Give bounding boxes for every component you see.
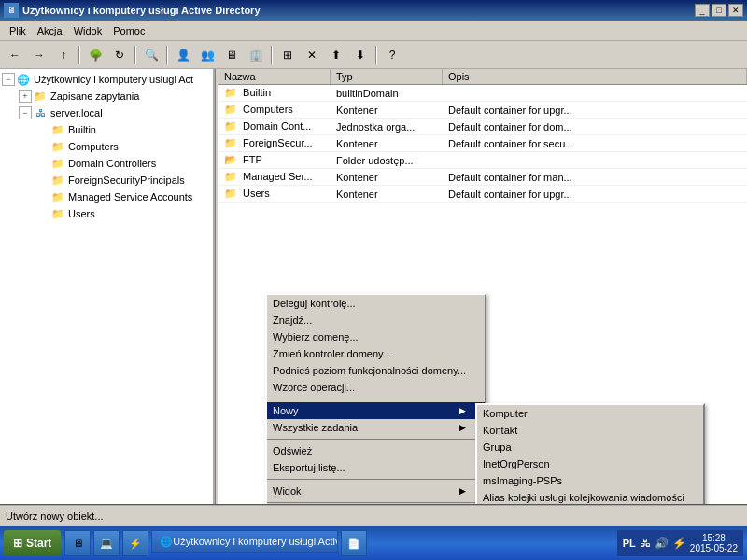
list-cell-typ: builtinDomain bbox=[331, 86, 443, 101]
taskbar-item-icon: 🌐 bbox=[160, 536, 173, 548]
list-cell-opis bbox=[443, 91, 747, 95]
tree-domain[interactable]: − 🖧 server.local bbox=[0, 105, 213, 121]
list-cell-opis: Default container for man... bbox=[443, 170, 747, 185]
dc-icon: 📁 bbox=[50, 156, 65, 171]
taskbar: ⊞ Start 🖥 💻 ⚡ 🌐 Użytkownicy i komputery … bbox=[0, 526, 747, 560]
taskbar-icon-3[interactable]: ⚡ bbox=[122, 530, 148, 556]
taskbar-icon-1[interactable]: 🖥 bbox=[64, 530, 91, 556]
saved-queries-icon: 📁 bbox=[33, 89, 48, 104]
move-down-button[interactable]: ⬇ bbox=[349, 45, 372, 65]
window-icon: 🖥 bbox=[4, 3, 19, 18]
properties-button[interactable]: ⊞ bbox=[276, 45, 299, 65]
tree-saved-queries-label: Zapisane zapytania bbox=[50, 91, 139, 102]
tree-root-node[interactable]: − 🌐 Użytkownicy i komputery usługi Act bbox=[0, 71, 213, 88]
list-row[interactable]: 📁 Computers Kontener Default container f… bbox=[218, 102, 747, 119]
ctx-deleguj[interactable]: Deleguj kontrolę... bbox=[267, 295, 485, 312]
tree-item-foreign[interactable]: 📁 ForeignSecurityPrincipals bbox=[0, 172, 213, 189]
submenu-grupa[interactable]: Grupa bbox=[477, 439, 703, 455]
submenu-inetorgperson[interactable]: InetOrgPerson bbox=[477, 455, 703, 472]
list-cell-typ: Folder udostęp... bbox=[331, 153, 443, 168]
list-cell-typ: Kontener bbox=[331, 136, 443, 151]
submenu-alias[interactable]: Alias kolejki usługi kolejkowania wiadom… bbox=[477, 489, 703, 504]
new-user-button[interactable]: 👤 bbox=[172, 45, 194, 65]
new-group-button[interactable]: 👥 bbox=[196, 45, 218, 65]
list-cell-nazwa: 📁 Domain Cont... bbox=[218, 119, 331, 134]
ctx-eksportuj[interactable]: Eksportuj listę... bbox=[267, 459, 485, 476]
list-cell-opis: Default container for dom... bbox=[443, 119, 747, 134]
list-row[interactable]: 📁 Users Kontener Default container for u… bbox=[218, 186, 747, 203]
minimize-button[interactable]: _ bbox=[695, 4, 710, 17]
tree-expand-root[interactable]: − bbox=[2, 73, 15, 86]
submenu-kontakt[interactable]: Kontakt bbox=[477, 422, 703, 439]
taskbar-item-label: Użytkownicy i komputery usługi Active Di… bbox=[173, 536, 338, 547]
taskbar-active-item[interactable]: 🌐 Użytkownicy i komputery usługi Active … bbox=[151, 530, 338, 553]
maximize-button[interactable]: □ bbox=[712, 4, 726, 17]
main-window: 🖥 Użytkownicy i komputery usługi Active … bbox=[0, 0, 747, 526]
ctx-podniez[interactable]: Podnieś poziom funkcjonalności domeny... bbox=[267, 362, 485, 379]
tree-expand-saved[interactable]: + bbox=[19, 90, 32, 103]
delete-button[interactable]: ✕ bbox=[301, 45, 323, 65]
refresh-button[interactable]: ↻ bbox=[108, 45, 131, 65]
ctx-widok[interactable]: Widok ▶ bbox=[267, 483, 485, 499]
menu-plik[interactable]: Plik bbox=[4, 23, 32, 38]
ctx-nowy[interactable]: Nowy ▶ bbox=[267, 402, 485, 419]
toolbar: ← → ↑ 🌳 ↻ 🔍 👤 👥 🖥 🏢 ⊞ ✕ ⬆ ⬇ ? bbox=[0, 41, 747, 69]
domain-icon: 🖧 bbox=[33, 105, 48, 120]
menu-widok[interactable]: Widok bbox=[68, 23, 108, 38]
tree-item-builtin[interactable]: 📁 Builtin bbox=[0, 121, 213, 138]
tree-panel: − 🌐 Użytkownicy i komputery usługi Act +… bbox=[0, 69, 215, 504]
new-computer-button[interactable]: 🖥 bbox=[220, 45, 243, 65]
up-button[interactable]: ↑ bbox=[52, 45, 75, 65]
tree-saved-queries[interactable]: + 📁 Zapisane zapytania bbox=[0, 88, 213, 105]
ctx-znajdz[interactable]: Znajdź... bbox=[267, 312, 485, 329]
toolbar-separator-3 bbox=[166, 46, 168, 64]
computers-icon: 📁 bbox=[50, 139, 65, 154]
col-header-nazwa[interactable]: Nazwa bbox=[218, 69, 331, 84]
taskbar-icon-4[interactable]: 📄 bbox=[341, 530, 367, 556]
back-button[interactable]: ← bbox=[4, 45, 26, 65]
tree-item-computers[interactable]: 📁 Computers bbox=[0, 138, 213, 155]
col-header-opis[interactable]: Opis bbox=[443, 69, 747, 84]
help-button[interactable]: ? bbox=[381, 45, 403, 65]
ctx-wybierz[interactable]: Wybierz domenę... bbox=[267, 329, 485, 345]
start-button[interactable]: ⊞ Start bbox=[4, 530, 61, 556]
tree-item-managed[interactable]: 📁 Managed Service Accounts bbox=[0, 189, 213, 205]
battery-icon: ⚡ bbox=[672, 537, 686, 550]
list-cell-nazwa: 📂 FTP bbox=[218, 152, 331, 168]
col-header-typ[interactable]: Typ bbox=[331, 69, 443, 84]
tree-domain-label: server.local bbox=[50, 107, 103, 119]
list-row[interactable]: 📁 Managed Ser... Kontener Default contai… bbox=[218, 169, 747, 186]
ctx-wzorce[interactable]: Wzorce operacji... bbox=[267, 379, 485, 396]
list-cell-opis: Default container for upgr... bbox=[443, 187, 747, 202]
ctx-sep-2 bbox=[267, 439, 485, 440]
ctx-zmien[interactable]: Zmień kontroler domeny... bbox=[267, 345, 485, 362]
tree-foreign-label: ForeignSecurityPrincipals bbox=[68, 175, 185, 186]
tree-expand-domain[interactable]: − bbox=[19, 106, 32, 119]
tree-toggle[interactable]: 🌳 bbox=[84, 45, 106, 65]
ctx-odswiez[interactable]: Odśwież bbox=[267, 442, 485, 459]
list-cell-nazwa: 📁 Computers bbox=[218, 102, 331, 118]
submenu-nowy: Komputer Kontakt Grupa InetOrgPerson msI… bbox=[475, 403, 705, 504]
menu-bar: Plik Akcja Widok Pomoc bbox=[0, 21, 747, 41]
menu-pomoc[interactable]: Pomoc bbox=[107, 23, 150, 38]
close-button[interactable]: ✕ bbox=[728, 4, 743, 17]
taskbar-icon-2[interactable]: 💻 bbox=[93, 530, 120, 556]
status-text: Utwórz nowy obiekt... bbox=[6, 511, 104, 522]
find-button[interactable]: 🔍 bbox=[140, 45, 162, 65]
list-cell-opis: Default container for secu... bbox=[443, 136, 747, 151]
new-ou-button[interactable]: 🏢 bbox=[245, 45, 267, 65]
submenu-komputer[interactable]: Komputer bbox=[477, 405, 703, 422]
submenu-msimaging[interactable]: msImaging-PSPs bbox=[477, 472, 703, 489]
move-up-button[interactable]: ⬆ bbox=[325, 45, 347, 65]
list-row[interactable]: 📁 Builtin builtinDomain bbox=[218, 85, 747, 102]
tree-item-users[interactable]: 📁 Users bbox=[0, 205, 213, 222]
list-cell-nazwa: 📁 ForeignSecur... bbox=[218, 135, 331, 151]
list-row[interactable]: 📁 ForeignSecur... Kontener Default conta… bbox=[218, 135, 747, 152]
tree-item-domain-controllers[interactable]: 📁 Domain Controllers bbox=[0, 155, 213, 172]
ctx-wszystkie[interactable]: Wszystkie zadania ▶ bbox=[267, 419, 485, 436]
list-cell-typ: Kontener bbox=[331, 187, 443, 202]
menu-akcja[interactable]: Akcja bbox=[32, 23, 68, 38]
list-row[interactable]: 📂 FTP Folder udostęp... bbox=[218, 152, 747, 169]
forward-button[interactable]: → bbox=[28, 45, 50, 65]
list-row[interactable]: 📁 Domain Cont... Jednostka orga... Defau… bbox=[218, 119, 747, 135]
